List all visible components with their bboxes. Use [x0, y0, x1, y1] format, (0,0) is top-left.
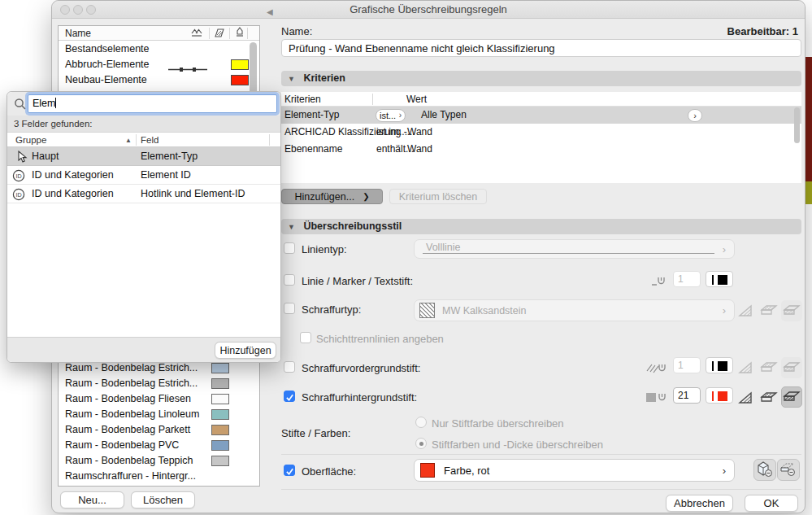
- fill-bg-pen-number-input[interactable]: [673, 387, 701, 404]
- value-column-header: Wert: [406, 92, 427, 107]
- search-results-count: 3 Felder gefunden:: [7, 116, 280, 133]
- rule-row[interactable]: Raum - Bodenbelag Fliesen: [59, 391, 259, 407]
- color-swatch: [211, 378, 229, 389]
- background-olive-element: [805, 181, 812, 204]
- text-caret: [55, 98, 56, 108]
- drafting-fill-button[interactable]: [781, 386, 802, 408]
- cut-fill-icon[interactable]: [737, 360, 755, 378]
- fill-bg-pen-label: Schraffurhintergrundstift:: [302, 391, 417, 404]
- criteria-scrollbar[interactable]: [794, 107, 800, 143]
- new-rule-button[interactable]: Neu...: [60, 491, 124, 508]
- sort-ascending-icon: ▲: [125, 133, 132, 148]
- field-result-row[interactable]: ID ID und Kategorien Element ID: [7, 166, 280, 185]
- popup-search-bar: Elem: [7, 92, 280, 116]
- linetype-checkbox[interactable]: [284, 242, 295, 254]
- pens-colors-label: Stifte / Farben:: [281, 427, 350, 439]
- chevron-right-icon: ›: [723, 465, 726, 477]
- line-pen-number-input[interactable]: [673, 271, 701, 287]
- criteria-table-header: Kriterien Wert: [281, 92, 801, 107]
- pen-color-weight-label: Stiftfarben und -Dicke überschreiben: [432, 439, 603, 451]
- group-column-header[interactable]: Gruppe: [15, 133, 46, 147]
- chevron-right-icon: ›: [723, 304, 726, 316]
- popup-add-button[interactable]: Hinzufügen: [215, 342, 276, 359]
- drafting-fill-button[interactable]: [781, 357, 802, 378]
- color-swatch: [231, 59, 249, 70]
- fill-fg-pen-icon: [645, 361, 670, 378]
- line-pen-color-button[interactable]: [706, 271, 733, 287]
- rule-row[interactable]: Raum - Bodenbelag Linoleum: [59, 407, 259, 422]
- criteria-section-header[interactable]: ▼ Kriterien: [281, 71, 801, 86]
- background-red-element: [805, 57, 812, 181]
- criteria-table[interactable]: Kriterien Wert Element-Typ ist...› Alle …: [281, 92, 801, 183]
- linetype-dropdown[interactable]: Volllinie ›: [414, 239, 735, 259]
- disclosure-triangle-icon[interactable]: ▼: [288, 223, 295, 231]
- rule-name-input[interactable]: [281, 39, 801, 57]
- id-icon: ID: [12, 188, 25, 207]
- fill-type-label: Schraffurtyp:: [302, 303, 361, 316]
- separator-lines-label: Schichttrennlinien angeben: [316, 333, 444, 345]
- fill-type-dropdown[interactable]: MW Kalksandstein ›: [414, 299, 735, 321]
- cover-fill-icon[interactable]: [759, 391, 779, 408]
- surface-section-button[interactable]: [777, 459, 800, 481]
- fill-fg-pen-color-button[interactable]: [706, 357, 733, 373]
- name-column-header[interactable]: Name: [65, 28, 91, 39]
- ok-button[interactable]: OK: [745, 495, 798, 512]
- value-picker-button[interactable]: ›: [688, 109, 702, 122]
- drafting-fill-button[interactable]: [781, 300, 802, 321]
- rule-row[interactable]: Raum - Bodenbelag Parkett: [59, 422, 259, 438]
- delete-criterion-button[interactable]: Kriterium löschen: [389, 189, 487, 204]
- cut-fill-icon[interactable]: [737, 303, 755, 321]
- pen-color-only-radio[interactable]: [415, 417, 427, 428]
- rule-row[interactable]: Raumschraffuren - Hinterg...: [59, 484, 259, 487]
- field-column-header[interactable]: Feld: [141, 133, 158, 147]
- popup-table-header[interactable]: Gruppe ▲ Feld: [7, 133, 280, 147]
- collapse-panel-icon[interactable]: ◀: [267, 7, 273, 16]
- rule-row[interactable]: Neubau-Elemente: [59, 72, 259, 88]
- rule-row[interactable]: Raum - Bodenbelag Teppich: [59, 453, 259, 469]
- pen-color-weight-radio[interactable]: [415, 438, 427, 449]
- rules-list-header[interactable]: Name: [59, 26, 259, 41]
- override-style-section-header[interactable]: ▼ Überschreibungsstil: [281, 219, 801, 234]
- criteria-row[interactable]: ARCHICAD Klassifizierung -... ist im... …: [281, 124, 801, 141]
- disclosure-triangle-icon[interactable]: ▼: [288, 75, 295, 83]
- add-criterion-button[interactable]: Hinzufügen... ❯: [281, 189, 383, 204]
- linetype-column-icon[interactable]: [191, 28, 203, 41]
- fill-bg-pen-icon: [645, 391, 670, 407]
- line-pen-checkbox[interactable]: [284, 274, 295, 286]
- name-label: Name:: [281, 25, 312, 37]
- operator-dropdown[interactable]: ist...›: [376, 109, 406, 122]
- pen-column-icon[interactable]: [235, 27, 245, 41]
- color-swatch: [231, 75, 249, 85]
- criteria-row[interactable]: Ebenenname enthält... Wand: [281, 141, 801, 158]
- field-result-row[interactable]: ID ID und Kategorien Hotlink und Element…: [7, 185, 280, 203]
- chevron-right-icon: ›: [399, 110, 402, 121]
- rule-row[interactable]: Bestandselemente: [59, 41, 259, 57]
- rule-row[interactable]: Abbruch-Elemente: [59, 57, 259, 72]
- cover-fill-icon[interactable]: [759, 303, 779, 321]
- surface-checkbox[interactable]: [284, 465, 295, 476]
- fill-fg-pen-checkbox[interactable]: [284, 361, 295, 373]
- fill-bg-pen-checkbox[interactable]: [284, 391, 295, 402]
- title-bar[interactable]: Grafische Überschreibungsregeln: [52, 1, 805, 19]
- search-input[interactable]: Elem: [28, 94, 277, 113]
- rule-row[interactable]: Raumschraffuren - Hintergr...: [59, 469, 259, 484]
- fill-bg-pen-color-button[interactable]: [706, 387, 733, 404]
- separator-lines-checkbox[interactable]: [300, 332, 311, 343]
- criteria-column-header: Kriterien: [284, 92, 321, 107]
- field-result-row[interactable]: Haupt Element-Typ: [7, 147, 280, 166]
- cancel-button[interactable]: Abbrechen: [666, 495, 733, 512]
- line-pen-icon: [651, 274, 669, 290]
- criteria-row[interactable]: Element-Typ ist...› Alle Typen ›: [281, 107, 801, 124]
- fill-fg-pen-number-input[interactable]: [673, 357, 701, 373]
- search-icon: [14, 98, 27, 114]
- cover-fill-icon[interactable]: [759, 360, 779, 378]
- rule-row[interactable]: Raum - Bodenbelag Estrich...: [59, 376, 259, 391]
- fill-column-icon[interactable]: [214, 28, 225, 41]
- cut-fill-icon[interactable]: [737, 391, 755, 408]
- delete-rule-button[interactable]: Löschen: [131, 491, 195, 508]
- fill-type-checkbox[interactable]: [284, 303, 295, 314]
- surface-dropdown[interactable]: Farbe, rot ›: [414, 459, 735, 482]
- rule-row[interactable]: Raum - Bodenbelag PVC: [59, 438, 259, 453]
- surface-3d-button[interactable]: [753, 459, 776, 481]
- linetype-label: Linientyp:: [302, 243, 347, 255]
